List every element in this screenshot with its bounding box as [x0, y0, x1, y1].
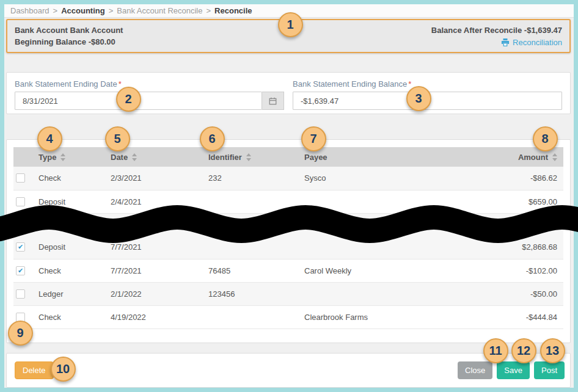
column-header-amount[interactable]: Amount	[485, 147, 563, 167]
cell-identifier	[208, 236, 304, 259]
save-button[interactable]: Save	[497, 361, 530, 379]
row-checkbox[interactable]	[16, 289, 25, 299]
ending-date-label: Bank Statement Ending Date*	[15, 79, 284, 89]
sort-icon[interactable]	[246, 153, 251, 161]
balance-after-reconcile: Balance After Reconcile -$1,639.47	[431, 24, 562, 36]
cell-date: 4/19/2022	[111, 305, 208, 328]
table-row: Deposit 2/4/2021 $659.00	[13, 190, 563, 213]
column-header-payee[interactable]: Payee	[304, 147, 485, 167]
cell-type: Check	[38, 305, 111, 328]
cell-payee	[304, 236, 485, 259]
table-row: Ledger 2/1/2022 123456 -$50.00	[13, 282, 563, 305]
row-checkbox[interactable]: ✔	[16, 266, 25, 275]
cell-type: Deposit	[38, 236, 111, 259]
cell-payee: Carol Weekly	[304, 259, 485, 282]
cell-date: 7/7/2021	[111, 236, 208, 259]
table-row-redacted	[13, 213, 563, 236]
table-row: Check 2/3/2021 232 Sysco -$86.62	[13, 167, 563, 190]
table-row: Check 4/19/2022 Clearbrook Farms -$444.8…	[13, 305, 563, 328]
breadcrumb-item-reconcile: Reconcile	[214, 6, 252, 15]
required-asterisk: *	[119, 79, 122, 89]
column-header-date[interactable]: Date	[111, 147, 208, 167]
cell-date: 2/1/2022	[111, 282, 208, 305]
cell-identifier: 76485	[208, 259, 304, 282]
calendar-picker-button[interactable]	[262, 92, 284, 110]
table-row: ✔ Deposit 7/7/2021 $2,868.68	[13, 236, 563, 259]
row-checkbox[interactable]	[16, 197, 25, 206]
cell-identifier	[208, 305, 304, 328]
post-button[interactable]: Post	[534, 361, 565, 379]
reconcile-summary-card: Bank Account Bank Account Beginning Bala…	[6, 19, 571, 53]
cell-type: Check	[38, 167, 111, 190]
cell-identifier: 123456	[208, 282, 304, 305]
breadcrumb: Dashboard > Accounting > Bank Account Re…	[4, 4, 574, 18]
cell-amount: -$86.62	[485, 167, 563, 190]
ending-balance-input[interactable]	[293, 92, 562, 110]
cell-identifier	[208, 190, 304, 213]
cell-date: 2/4/2021	[111, 190, 208, 213]
cell-payee	[304, 282, 485, 305]
close-button[interactable]: Close	[458, 361, 492, 379]
cell-date: 7/7/2021	[111, 259, 208, 282]
table-row: ✔ Check 7/7/2021 76485 Carol Weekly -$10…	[13, 259, 563, 282]
bank-statement-form: Bank Statement Ending Date* Bank Stateme…	[6, 72, 571, 114]
transactions-table: Type Date Identifier Payee Amount	[13, 147, 563, 329]
cell-amount: $2,868.68	[485, 236, 563, 259]
row-checkbox[interactable]: ✔	[16, 242, 25, 252]
delete-button[interactable]: Delete	[15, 361, 54, 379]
breadcrumb-separator: >	[53, 6, 58, 15]
cell-payee: Sysco	[304, 167, 485, 190]
calendar-icon	[269, 97, 277, 105]
breadcrumb-separator: >	[207, 6, 211, 15]
cell-type: Check	[38, 259, 111, 282]
printer-icon	[501, 38, 510, 46]
cell-type: Deposit	[38, 190, 111, 213]
breadcrumb-item-dashboard[interactable]: Dashboard	[10, 6, 49, 15]
sort-icon[interactable]	[552, 153, 557, 161]
cell-date: 2/3/2021	[111, 167, 208, 190]
cell-amount: -$50.00	[485, 282, 563, 305]
table-header-row: Type Date Identifier Payee Amount	[13, 147, 563, 167]
column-header-select	[13, 147, 38, 167]
column-header-identifier[interactable]: Identifier	[208, 147, 304, 167]
footer-actions: Delete Close Save Post	[6, 353, 571, 388]
breadcrumb-item-bank-account-reconcile[interactable]: Bank Account Reconcile	[117, 6, 202, 15]
breadcrumb-item-accounting[interactable]: Accounting	[61, 6, 105, 15]
sort-icon[interactable]	[132, 153, 137, 161]
cell-type: Ledger	[38, 282, 111, 305]
row-checkbox[interactable]	[16, 313, 25, 322]
row-checkbox[interactable]	[16, 173, 25, 183]
reconciliation-print-link[interactable]: Reconciliation	[501, 38, 562, 47]
reconciliation-link-label: Reconciliation	[513, 38, 562, 47]
column-header-type[interactable]: Type	[38, 147, 111, 167]
sort-icon[interactable]	[60, 153, 65, 161]
cell-amount: -$444.84	[485, 305, 563, 328]
required-asterisk: *	[408, 79, 411, 89]
cell-payee	[304, 190, 485, 213]
ending-date-input[interactable]	[15, 92, 262, 110]
bank-account-title: Bank Account Bank Account	[15, 24, 123, 36]
cell-amount: $659.00	[485, 190, 563, 213]
breadcrumb-separator: >	[109, 6, 114, 15]
ending-balance-label: Bank Statement Ending Balance*	[293, 79, 562, 89]
cell-amount: -$102.00	[485, 259, 563, 282]
cell-identifier: 232	[208, 167, 304, 190]
cell-payee: Clearbrook Farms	[304, 305, 485, 328]
transactions-table-card: Type Date Identifier Payee Amount	[6, 139, 571, 343]
beginning-balance: Beginning Balance -$80.00	[15, 36, 123, 48]
